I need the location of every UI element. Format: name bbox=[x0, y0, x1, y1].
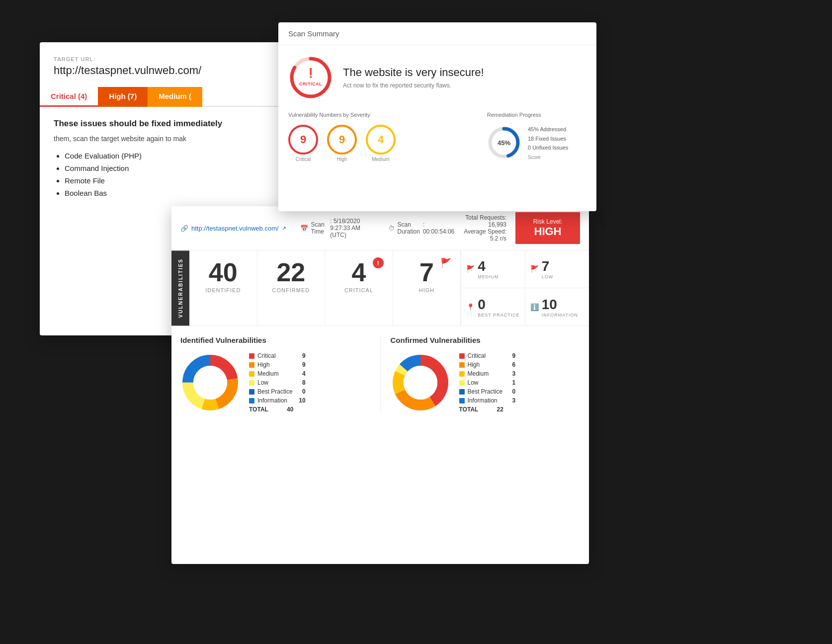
stat-num-confirmed: 22 bbox=[261, 259, 321, 285]
calendar-icon: 📅 bbox=[300, 225, 308, 232]
ring-critical: 9 bbox=[288, 125, 318, 155]
scan-time-value: : 5/18/2020 9:27:33 AM (UTC) bbox=[330, 218, 376, 239]
remediation-inner: 45% 45% Addressed 18 Fixed Issues 0 Unfi… bbox=[487, 125, 586, 160]
stat-label-identified: IDENTIFIED bbox=[193, 287, 253, 293]
issues-list: Code Evaluation (PHP) Command Injection … bbox=[54, 152, 309, 197]
critical-badge: ! bbox=[373, 257, 384, 268]
chart1-legend: Critical 9 High 9 Medium 4 bbox=[249, 352, 306, 413]
dash-url-link[interactable]: http://testaspnet.vulnweb.com/ bbox=[191, 225, 279, 232]
avg-speed: Average Speed: 5.2 r/s bbox=[463, 228, 506, 242]
legend-high: High 9 bbox=[249, 361, 306, 368]
total-requests: Total Requests: 16,993 bbox=[463, 214, 506, 228]
dot2-bestpractice bbox=[459, 389, 465, 395]
chart2-legend: Critical 9 High 6 Medium 3 bbox=[459, 352, 516, 413]
donut-chart-confirmed bbox=[391, 353, 450, 412]
medium-flag-icon: 🚩 bbox=[466, 265, 475, 273]
critical-donut: ❗ CRITICAL bbox=[288, 55, 333, 100]
chart1-inner: Critical 9 High 9 Medium 4 bbox=[180, 352, 370, 413]
legend2-bestpractice: Best Practice 0 bbox=[459, 388, 516, 395]
chart1-total: TOTAL 40 bbox=[249, 406, 306, 413]
chart-confirmed: Confirmed Vulnerabilities bbox=[391, 336, 581, 413]
risk-label: Risk Level: bbox=[526, 218, 569, 225]
pin-icon: 📍 bbox=[466, 303, 475, 311]
scan-time-item: 📅 Scan Time : 5/18/2020 9:27:33 AM (UTC) bbox=[300, 218, 376, 239]
vuln-circle-medium: 4 Medium bbox=[366, 125, 396, 162]
scan-summary-header: Scan Summary bbox=[278, 22, 596, 45]
chart2-title: Confirmed Vulnerabilities bbox=[391, 336, 581, 344]
external-link-icon: ↗ bbox=[282, 225, 286, 232]
ring-high: 9 bbox=[327, 125, 357, 155]
insecure-headline: The website is very insecure! bbox=[343, 66, 484, 79]
dot2-medium bbox=[459, 371, 465, 377]
remediation-pct: 45% bbox=[498, 139, 510, 146]
remediation-donut: 45% bbox=[487, 126, 521, 160]
link-icon: 🔗 bbox=[180, 225, 188, 232]
stat-high: 🚩 7 HIGH bbox=[393, 250, 461, 325]
scan-summary-top: ❗ CRITICAL The website is very insecure!… bbox=[278, 45, 596, 107]
remediation-title: Remediation Progress bbox=[487, 112, 586, 118]
dash-right-meta: Total Requests: 16,993 Average Speed: 5.… bbox=[463, 214, 506, 242]
tab-critical[interactable]: Critical (4) bbox=[40, 87, 98, 107]
dot2-critical bbox=[459, 353, 465, 359]
svg-point-9 bbox=[193, 366, 227, 400]
dash-meta: 📅 Scan Time : 5/18/2020 9:27:33 AM (UTC)… bbox=[300, 218, 455, 239]
dot2-information bbox=[459, 398, 465, 403]
list-item: Command Injection bbox=[65, 164, 309, 172]
issues-title: These issues should be fixed immediately bbox=[54, 119, 309, 129]
legend2-critical: Critical 9 bbox=[459, 352, 516, 359]
issues-subtitle: them, scan the target website again to m… bbox=[54, 135, 309, 143]
stat-label-high: HIGH bbox=[397, 287, 457, 293]
dot-information bbox=[249, 398, 254, 403]
legend-bestpractice: Best Practice 0 bbox=[249, 388, 306, 395]
risk-value: HIGH bbox=[526, 225, 569, 238]
remediation-score: Score bbox=[528, 155, 568, 160]
clock-icon: ⏱ bbox=[388, 225, 395, 232]
low-flag-icon: 🚩 bbox=[530, 265, 539, 273]
circle-label-critical: Critical bbox=[288, 157, 318, 162]
remediation-stats: 45% Addressed 18 Fixed Issues 0 Unfixed … bbox=[528, 125, 568, 160]
info-icon: ℹ️ bbox=[530, 303, 539, 311]
legend-critical: Critical 9 bbox=[249, 352, 306, 359]
stat-num-identified: 40 bbox=[193, 259, 253, 285]
chart-divider bbox=[380, 336, 381, 413]
legend-medium: Medium 4 bbox=[249, 370, 306, 377]
vuln-vertical-label: VULNERABILITIES bbox=[171, 250, 189, 325]
legend2-information: Information 3 bbox=[459, 397, 516, 404]
dot-bestpractice bbox=[249, 389, 254, 395]
scan-duration-item: ⏱ Scan Duration : 00:00:54:06 bbox=[388, 218, 455, 239]
exclaim-icon: ❗ bbox=[299, 68, 322, 79]
critical-badge-text: CRITICAL bbox=[299, 81, 322, 86]
high-flag-icon: 🚩 bbox=[440, 257, 451, 268]
tab-high[interactable]: High (7) bbox=[98, 87, 148, 107]
legend2-low: Low 1 bbox=[459, 379, 516, 386]
dash-url: 🔗 http://testaspnet.vulnweb.com/ ↗ bbox=[180, 225, 286, 232]
stat-label-confirmed: CONFIRMED bbox=[261, 287, 321, 293]
list-item: Remote File bbox=[65, 176, 309, 185]
list-item: Boolean Bas bbox=[65, 189, 309, 197]
legend2-medium: Medium 3 bbox=[459, 370, 516, 377]
chart2-inner: Critical 9 High 6 Medium 3 bbox=[391, 352, 581, 413]
charts-row: Identified Vulnerabilities bbox=[171, 326, 589, 423]
dot-medium bbox=[249, 371, 254, 377]
stat-critical: ! 4 CRITICAL bbox=[325, 250, 393, 325]
ring-medium: 4 bbox=[366, 125, 396, 155]
vuln-section: Vulnerability Numbers by Severity 9 Crit… bbox=[278, 107, 596, 170]
stat-label-critical: CRITICAL bbox=[329, 287, 389, 293]
mini-stat-information: ℹ️ 10 INFORMATION bbox=[525, 288, 589, 326]
risk-badge: Risk Level: HIGH bbox=[515, 212, 580, 244]
legend-low: Low 8 bbox=[249, 379, 306, 386]
vuln-numbers: Vulnerability Numbers by Severity 9 Crit… bbox=[288, 112, 472, 162]
stat-confirmed: 22 CONFIRMED bbox=[257, 250, 326, 325]
chart1-title: Identified Vulnerabilities bbox=[180, 336, 370, 344]
chart-identified: Identified Vulnerabilities bbox=[180, 336, 370, 413]
dot-critical bbox=[249, 353, 254, 359]
insecure-text: The website is very insecure! Act now to… bbox=[343, 66, 484, 89]
stat-identified: 40 IDENTIFIED bbox=[189, 250, 257, 325]
circle-label-medium: Medium bbox=[366, 157, 396, 162]
circle-label-high: High bbox=[327, 157, 357, 162]
vuln-circles: 9 Critical 9 High 4 Medium bbox=[288, 125, 472, 162]
tab-medium[interactable]: Medium ( bbox=[148, 87, 202, 107]
dot-high bbox=[249, 362, 254, 368]
list-item: Code Evaluation (PHP) bbox=[65, 152, 309, 160]
dash-top: 🔗 http://testaspnet.vulnweb.com/ ↗ 📅 Sca… bbox=[171, 206, 589, 250]
